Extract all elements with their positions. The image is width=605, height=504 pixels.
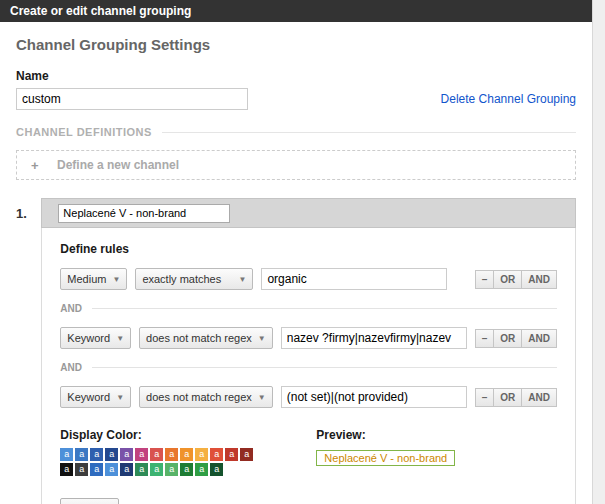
select-value: Medium bbox=[67, 273, 106, 285]
select-value: exactly matches bbox=[142, 273, 221, 285]
display-color-label: Display Color: bbox=[60, 428, 300, 442]
color-swatch[interactable]: a bbox=[180, 463, 193, 476]
color-swatch[interactable]: a bbox=[120, 448, 133, 461]
channel-preview: Neplacené V - non-brand bbox=[316, 450, 455, 466]
chevron-down-icon: ▼ bbox=[238, 275, 246, 284]
channel-name-input[interactable] bbox=[58, 204, 230, 223]
color-swatch[interactable]: a bbox=[90, 463, 103, 476]
color-swatch[interactable]: a bbox=[75, 448, 88, 461]
rule1-operator-select[interactable]: exactly matches ▼ bbox=[135, 268, 253, 290]
and-divider: AND bbox=[60, 303, 557, 314]
rule2-value-input[interactable] bbox=[281, 327, 467, 349]
channel-grouping-dialog: Create or edit channel grouping Channel … bbox=[0, 0, 605, 504]
divider-line bbox=[92, 308, 557, 309]
scrollbar-track[interactable] bbox=[592, 0, 605, 504]
rule3-operator-select[interactable]: does not match regex ▼ bbox=[139, 386, 273, 408]
rule1-value-input[interactable] bbox=[261, 268, 447, 290]
rule1-and-button[interactable]: AND bbox=[521, 270, 557, 289]
chevron-down-icon: ▼ bbox=[258, 393, 266, 402]
color-swatch[interactable]: a bbox=[165, 448, 178, 461]
channel-header-bar bbox=[41, 198, 576, 228]
color-swatch[interactable]: a bbox=[105, 448, 118, 461]
chevron-down-icon: ▼ bbox=[258, 334, 266, 343]
chevron-down-icon: ▼ bbox=[116, 393, 124, 402]
divider-line bbox=[92, 367, 557, 368]
rule1-field-select[interactable]: Medium ▼ bbox=[60, 268, 127, 290]
color-swatch[interactable]: a bbox=[195, 448, 208, 461]
select-value: Keyword bbox=[67, 332, 110, 344]
page-title: Channel Grouping Settings bbox=[16, 36, 576, 53]
color-swatch[interactable]: a bbox=[225, 448, 238, 461]
preview-label: Preview: bbox=[316, 428, 455, 442]
rule-row-3: Keyword ▼ does not match regex ▼ – OR bbox=[60, 386, 557, 408]
channel-item-1: 1. Define rules Medium ▼ bbox=[16, 198, 576, 504]
done-button[interactable]: Done bbox=[60, 498, 119, 504]
color-swatch[interactable]: a bbox=[90, 448, 103, 461]
rule2-remove-button[interactable]: – bbox=[475, 329, 495, 348]
color-swatch[interactable]: a bbox=[135, 463, 148, 476]
color-swatch[interactable]: a bbox=[210, 463, 223, 476]
rule3-value-input[interactable] bbox=[281, 386, 467, 408]
define-rules-label: Define rules bbox=[60, 242, 557, 256]
rule2-field-select[interactable]: Keyword ▼ bbox=[60, 327, 131, 349]
color-swatch-row-2: aaaaaaaaaaa bbox=[60, 463, 300, 476]
name-label: Name bbox=[16, 69, 576, 83]
rule1-remove-button[interactable]: – bbox=[475, 270, 495, 289]
rule2-or-button[interactable]: OR bbox=[493, 329, 522, 348]
color-swatch[interactable]: a bbox=[210, 448, 223, 461]
color-swatch[interactable]: a bbox=[60, 448, 73, 461]
rule3-field-select[interactable]: Keyword ▼ bbox=[60, 386, 131, 408]
define-new-channel-label: Define a new channel bbox=[57, 158, 179, 172]
dialog-title: Create or edit channel grouping bbox=[0, 0, 592, 22]
rule3-or-button[interactable]: OR bbox=[493, 388, 522, 407]
rule-row-1: Medium ▼ exactly matches ▼ – OR bbox=[60, 268, 557, 290]
rule3-and-button[interactable]: AND bbox=[521, 388, 557, 407]
channel-definitions-label: CHANNEL DEFINITIONS bbox=[16, 126, 152, 138]
rule1-or-button[interactable]: OR bbox=[493, 270, 522, 289]
color-swatch-row-1: aaaaaaaaaaaaa bbox=[60, 448, 300, 461]
color-swatch[interactable]: a bbox=[240, 448, 253, 461]
chevron-down-icon: ▼ bbox=[116, 334, 124, 343]
and-label: AND bbox=[60, 303, 82, 314]
color-swatch[interactable]: a bbox=[105, 463, 118, 476]
select-value: Keyword bbox=[67, 391, 110, 403]
select-value: does not match regex bbox=[146, 332, 252, 344]
plus-icon: + bbox=[31, 158, 57, 173]
delete-channel-grouping-link[interactable]: Delete Channel Grouping bbox=[441, 92, 576, 106]
define-new-channel-button[interactable]: + Define a new channel bbox=[16, 150, 576, 180]
and-divider: AND bbox=[60, 362, 557, 373]
color-swatch[interactable]: a bbox=[75, 463, 88, 476]
color-swatch[interactable]: a bbox=[60, 463, 73, 476]
color-swatch[interactable]: a bbox=[150, 448, 163, 461]
color-swatch[interactable]: a bbox=[180, 448, 193, 461]
section-divider bbox=[162, 132, 576, 133]
rule2-and-button[interactable]: AND bbox=[521, 329, 557, 348]
grouping-name-input[interactable] bbox=[16, 88, 248, 110]
color-swatch[interactable]: a bbox=[150, 463, 163, 476]
color-swatch[interactable]: a bbox=[135, 448, 148, 461]
chevron-down-icon: ▼ bbox=[112, 275, 120, 284]
color-swatch[interactable]: a bbox=[195, 463, 208, 476]
channel-number: 1. bbox=[16, 198, 41, 504]
select-value: does not match regex bbox=[146, 391, 252, 403]
channel-editor-panel: Define rules Medium ▼ exactly matches ▼ bbox=[41, 228, 576, 504]
color-swatch[interactable]: a bbox=[120, 463, 133, 476]
and-label: AND bbox=[60, 362, 82, 373]
rule-row-2: Keyword ▼ does not match regex ▼ – OR bbox=[60, 327, 557, 349]
rule2-operator-select[interactable]: does not match regex ▼ bbox=[139, 327, 273, 349]
rule3-remove-button[interactable]: – bbox=[475, 388, 495, 407]
color-swatch[interactable]: a bbox=[165, 463, 178, 476]
